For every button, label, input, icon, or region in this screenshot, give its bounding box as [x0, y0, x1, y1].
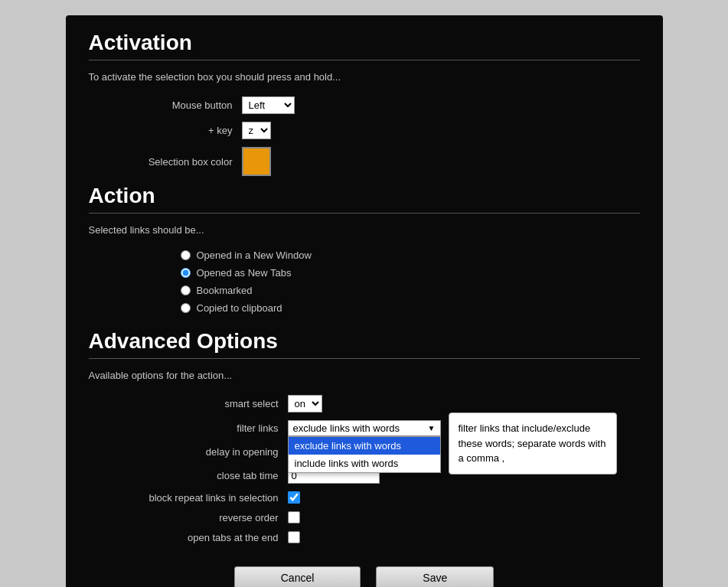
save-button[interactable]: Save: [376, 566, 494, 587]
open-tabs-at-end-checkbox-container: [288, 531, 300, 543]
settings-dialog: Activation To activate the selection box…: [66, 15, 663, 587]
filter-links-trigger[interactable]: exclude links with words ▼: [288, 420, 441, 436]
block-repeat-label: block repeat links in selection: [89, 492, 288, 504]
open-tabs-at-end-label: open tabs at the end: [89, 532, 288, 543]
color-swatch[interactable]: [242, 147, 271, 176]
radio-new-window-input[interactable]: [181, 250, 191, 260]
open-tabs-at-end-checkbox[interactable]: [288, 531, 300, 543]
radio-new-tabs-label: Opened as New Tabs: [197, 267, 292, 279]
radio-new-tabs-input[interactable]: [181, 268, 191, 278]
smart-select-select[interactable]: on off: [288, 395, 322, 413]
filter-links-selected-text: exclude links with words: [293, 422, 428, 434]
filter-links-options: exclude links with words include links w…: [288, 436, 441, 473]
radio-new-window: Opened in a New Window: [181, 249, 640, 261]
mouse-button-row: Mouse button Left Middle Right: [89, 96, 640, 114]
activation-title: Activation: [89, 31, 640, 55]
smart-select-row: smart select on off: [89, 395, 640, 413]
radio-clipboard: Copied to clipboard: [181, 302, 640, 314]
filter-option-exclude[interactable]: exclude links with words: [289, 437, 440, 455]
activation-section: Activation To activate the selection box…: [89, 31, 640, 176]
advanced-section: Advanced Options Available options for t…: [89, 329, 640, 543]
reverse-order-checkbox[interactable]: [288, 511, 300, 523]
mouse-button-label: Mouse button: [89, 99, 242, 111]
filter-links-row: filter links exclude links with words ▼ …: [89, 420, 640, 436]
close-tab-time-label: close tab time: [89, 470, 288, 481]
radio-new-tabs: Opened as New Tabs: [181, 267, 640, 279]
cancel-button[interactable]: Cancel: [234, 566, 361, 587]
action-desc: Selected links should be...: [89, 224, 640, 236]
delay-in-opening-label: delay in opening: [89, 446, 288, 458]
radio-clipboard-input[interactable]: [181, 303, 191, 313]
advanced-title: Advanced Options: [89, 329, 640, 354]
activation-desc: To activate the selection box you should…: [89, 71, 640, 83]
selection-box-color-label: Selection box color: [89, 156, 242, 168]
filter-links-label: filter links: [89, 422, 288, 434]
radio-new-window-label: Opened in a New Window: [197, 249, 312, 261]
filter-links-chevron-icon: ▼: [428, 424, 436, 432]
action-radio-group: Opened in a New Window Opened as New Tab…: [181, 249, 640, 314]
mouse-button-select[interactable]: Left Middle Right: [242, 96, 295, 114]
radio-clipboard-label: Copied to clipboard: [197, 302, 282, 314]
radio-bookmarked: Bookmarked: [181, 285, 640, 296]
smart-select-label: smart select: [89, 398, 288, 409]
reverse-order-label: reverse order: [89, 512, 288, 523]
key-row: + key z a s x: [89, 122, 640, 139]
key-label: + key: [89, 125, 242, 136]
advanced-desc: Available options for the action...: [89, 370, 640, 381]
action-section: Action Selected links should be... Opene…: [89, 184, 640, 314]
footer-buttons: Cancel Save: [89, 566, 640, 587]
reverse-order-row: reverse order: [89, 511, 640, 523]
block-repeat-checkbox-container: [288, 491, 300, 504]
block-repeat-checkbox[interactable]: [288, 491, 300, 504]
open-tabs-at-end-row: open tabs at the end: [89, 531, 640, 543]
radio-bookmarked-label: Bookmarked: [197, 285, 253, 296]
radio-bookmarked-input[interactable]: [181, 285, 191, 295]
key-select[interactable]: z a s x: [242, 122, 271, 139]
filter-option-include[interactable]: include links with words: [289, 455, 440, 472]
reverse-order-checkbox-container: [288, 511, 300, 523]
action-title: Action: [89, 184, 640, 208]
filter-links-dropdown-container: exclude links with words ▼ exclude links…: [288, 420, 441, 436]
selection-box-color-row: Selection box color: [89, 147, 640, 176]
block-repeat-row: block repeat links in selection: [89, 491, 640, 504]
